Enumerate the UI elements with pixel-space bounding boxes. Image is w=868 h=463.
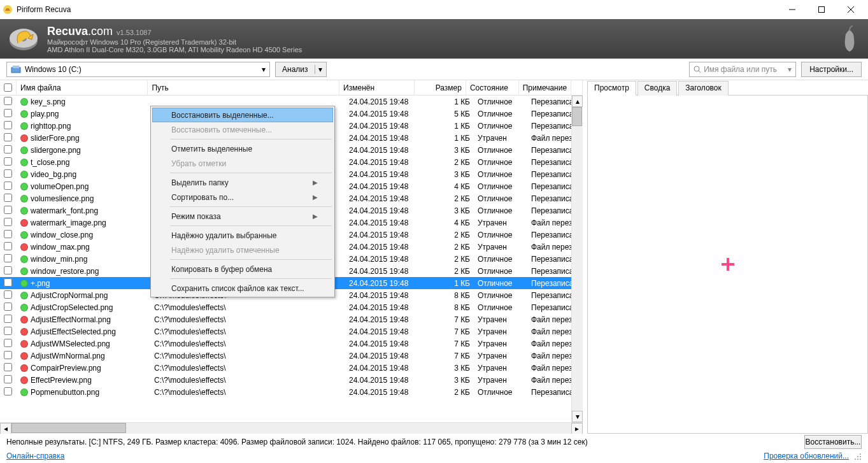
file-state: Утрачен xyxy=(474,243,527,252)
file-name: volumeslience.png xyxy=(31,194,94,203)
vertical-scrollbar[interactable]: ▴ ▾ xyxy=(571,96,583,422)
menu-item[interactable]: Сохранить список файлов как текст... xyxy=(152,281,333,296)
maximize-button[interactable] xyxy=(807,0,836,19)
scroll-thumb[interactable] xyxy=(11,423,126,433)
scroll-thumb[interactable] xyxy=(572,107,582,126)
row-checkbox[interactable] xyxy=(4,133,12,141)
row-checkbox[interactable] xyxy=(4,278,12,287)
column-path[interactable]: Путь xyxy=(148,80,339,95)
analyze-dropdown[interactable]: ▾ xyxy=(315,65,326,74)
row-checkbox[interactable] xyxy=(4,351,12,359)
file-note: Файл перезаг xyxy=(527,352,571,360)
row-checkbox[interactable] xyxy=(4,339,12,347)
column-note[interactable]: Примечание xyxy=(519,80,571,95)
row-checkbox[interactable] xyxy=(4,145,12,153)
minimize-button[interactable] xyxy=(778,0,807,19)
search-input[interactable]: Имя файла или путь ▾ xyxy=(689,62,796,77)
scroll-left-arrow[interactable]: ◂ xyxy=(0,423,11,434)
horizontal-scrollbar[interactable]: ◂ ▸ xyxy=(0,422,583,434)
menu-item[interactable]: Сортировать по...▶ xyxy=(152,190,333,204)
scroll-right-arrow[interactable]: ▸ xyxy=(571,423,583,434)
row-checkbox[interactable] xyxy=(4,387,12,395)
resize-grip-icon[interactable] xyxy=(853,452,862,460)
row-checkbox[interactable] xyxy=(4,169,12,178)
file-name: EffectPreview.png xyxy=(31,376,92,385)
submenu-arrow-icon: ▶ xyxy=(313,179,318,186)
row-checkbox[interactable] xyxy=(4,97,12,105)
settings-button[interactable]: Настройки... xyxy=(801,62,862,77)
row-checkbox[interactable] xyxy=(4,315,12,323)
column-name[interactable]: Имя файла xyxy=(17,80,148,95)
file-name: AdjustCropNormal.png xyxy=(31,291,108,300)
file-date: 24.04.2015 19:48 xyxy=(345,279,422,288)
file-date: 24.04.2015 19:48 xyxy=(345,170,422,179)
table-row[interactable]: AdjustEffectSelected.pngC:\?\modules\eff… xyxy=(0,325,571,338)
table-row[interactable]: CompairPreview.pngC:\?\modules\effects\2… xyxy=(0,362,571,374)
scroll-up-arrow[interactable]: ▴ xyxy=(572,96,583,107)
row-checkbox[interactable] xyxy=(4,109,12,117)
close-button[interactable] xyxy=(836,0,865,19)
scroll-down-arrow[interactable]: ▾ xyxy=(572,411,583,422)
file-state: Отличное xyxy=(474,255,527,264)
file-date: 24.04.2015 19:48 xyxy=(345,182,422,191)
file-date: 24.04.2015 19:48 xyxy=(345,267,422,276)
row-checkbox[interactable] xyxy=(4,327,12,335)
row-checkbox[interactable] xyxy=(4,157,12,166)
file-state: Отличное xyxy=(474,110,527,118)
svg-point-17 xyxy=(855,459,856,460)
analyze-button[interactable]: Анализ ▾ xyxy=(275,62,327,77)
column-state[interactable]: Состояние xyxy=(466,80,519,95)
row-checkbox[interactable] xyxy=(4,266,12,274)
table-row[interactable]: AdjustCropSelected.pngC:\?\modules\effec… xyxy=(0,301,571,313)
row-checkbox[interactable] xyxy=(4,218,12,226)
status-dot-icon xyxy=(20,231,28,239)
row-checkbox[interactable] xyxy=(4,121,12,129)
table-row[interactable]: AdjustEffectNormal.pngC:\?\modules\effec… xyxy=(0,313,571,325)
help-link[interactable]: Онлайн-справка xyxy=(6,452,64,460)
updates-link[interactable]: Проверка обновлений... xyxy=(764,452,849,460)
row-checkbox[interactable] xyxy=(4,182,12,190)
column-date[interactable]: Изменён xyxy=(339,80,415,95)
status-dot-icon xyxy=(20,376,28,384)
tab-summary[interactable]: Сводка xyxy=(637,81,678,96)
tab-preview[interactable]: Просмотр xyxy=(587,81,636,96)
file-name: watermark_font.png xyxy=(31,206,98,215)
menu-item[interactable]: Надёжно удалить выбранные xyxy=(152,228,333,243)
file-date: 24.04.2015 19:48 xyxy=(345,97,422,106)
file-date: 24.04.2015 19:48 xyxy=(345,134,422,143)
select-all-checkbox[interactable] xyxy=(4,83,12,92)
file-size: 7 КБ xyxy=(422,352,474,360)
menu-item[interactable]: Восстановить выделенные... xyxy=(152,108,333,122)
menu-item[interactable]: Отметить выделенные xyxy=(152,141,333,156)
row-checkbox[interactable] xyxy=(4,194,12,202)
menu-item[interactable]: Режим показа▶ xyxy=(152,209,333,224)
file-date: 24.04.2015 19:48 xyxy=(345,376,422,385)
row-checkbox[interactable] xyxy=(4,206,12,214)
row-checkbox[interactable] xyxy=(4,254,12,262)
file-state: Отличное xyxy=(474,291,527,300)
row-checkbox[interactable] xyxy=(4,375,12,383)
menu-item[interactable]: Выделить папку▶ xyxy=(152,175,333,190)
file-note: Файл перезаг xyxy=(527,339,571,348)
file-note: Файл перезаг xyxy=(527,327,571,336)
context-menu: Восстановить выделенные...Восстановить о… xyxy=(150,106,335,297)
row-checkbox[interactable] xyxy=(4,230,12,238)
file-state: Утрачен xyxy=(474,315,527,324)
menu-item[interactable]: Копировать в буфер обмена xyxy=(152,262,333,276)
table-row[interactable]: AdjustWMSelected.pngC:\?\modules\effects… xyxy=(0,338,571,350)
table-row[interactable]: AdjustWmNormal.pngC:\?\modules\effects\2… xyxy=(0,350,571,362)
file-state: Отличное xyxy=(474,279,527,288)
row-checkbox[interactable] xyxy=(4,290,12,299)
row-checkbox[interactable] xyxy=(4,363,12,371)
recover-button[interactable]: Восстановить... xyxy=(804,435,862,449)
table-row[interactable]: Popmenubutton.pngC:\?\modules\effects\24… xyxy=(0,386,571,398)
file-date: 24.04.2015 19:48 xyxy=(345,146,422,155)
drive-select[interactable]: Windows 10 (C:) ▾ xyxy=(6,62,270,77)
tab-header[interactable]: Заголовок xyxy=(678,81,728,96)
column-size[interactable]: Размер xyxy=(415,80,466,95)
row-checkbox[interactable] xyxy=(4,303,12,311)
status-dot-icon xyxy=(20,364,28,372)
file-note: Файл перезаг xyxy=(527,218,571,227)
table-row[interactable]: EffectPreview.pngC:\?\modules\effects\24… xyxy=(0,374,571,386)
row-checkbox[interactable] xyxy=(4,242,12,250)
